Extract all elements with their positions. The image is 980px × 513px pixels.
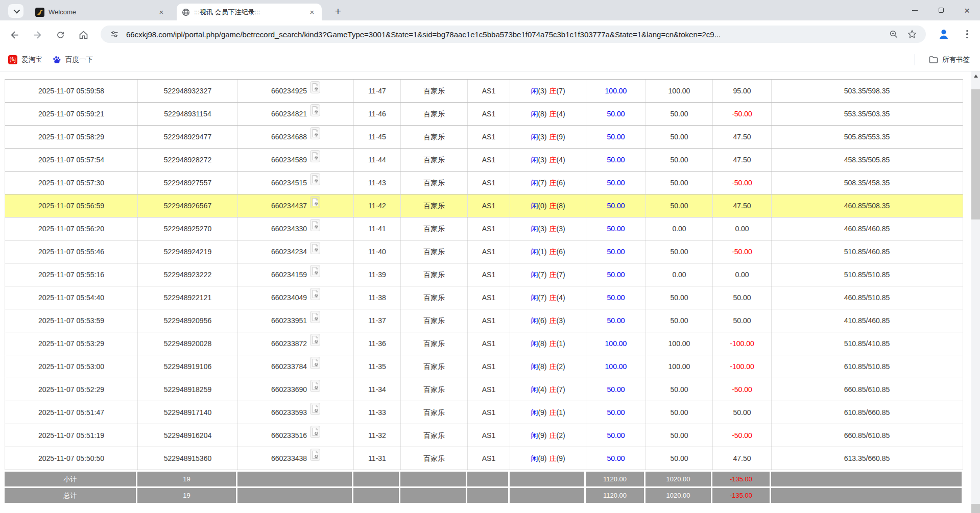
- vertical-scrollbar[interactable]: [971, 71, 980, 513]
- cell-bet-id: 522948924219: [138, 240, 238, 263]
- cell-round: 11-34: [354, 378, 401, 401]
- cell-win-loss: 47.50: [713, 447, 772, 470]
- cell-valid-amount: 50.00: [646, 172, 713, 194]
- total-valid: 1020.00: [646, 488, 712, 503]
- reload-button[interactable]: [52, 27, 68, 43]
- cell-bet-time: 2025-11-07 05:52:29: [5, 378, 138, 401]
- video-file-icon: [310, 357, 320, 369]
- record-media-button[interactable]: [310, 149, 320, 171]
- cell-win-loss: 0.00: [713, 217, 772, 240]
- cell-balance: 660.85/610.85: [772, 378, 962, 401]
- back-button[interactable]: [6, 27, 22, 43]
- record-media-button[interactable]: [310, 80, 320, 102]
- profile-avatar[interactable]: [937, 27, 951, 41]
- video-file-icon: [310, 173, 320, 185]
- close-tab-icon[interactable]: ×: [157, 8, 166, 17]
- video-file-icon: [310, 265, 320, 277]
- site-settings-icon[interactable]: [108, 28, 121, 41]
- cell-table: AS1: [468, 194, 510, 217]
- record-media-button[interactable]: [310, 263, 320, 286]
- cell-game-type: 百家乐: [401, 332, 468, 355]
- bet-record-table: 2025-11-07 05:59:58 522948932327 6602349…: [5, 79, 963, 503]
- forward-button[interactable]: [29, 27, 45, 43]
- close-window-button[interactable]: ×: [954, 0, 980, 20]
- cell-round: 11-40: [354, 240, 401, 263]
- cell-game-type: 百家乐: [401, 286, 468, 309]
- address-bar[interactable]: 66cxkj98.com/ipl/portal.php/game/betreco…: [101, 26, 926, 43]
- subtotal-row: 小计 19 1120.00 1020.00 -135.00: [5, 472, 963, 486]
- cell-game-id: 660233593: [238, 401, 354, 424]
- table-row: 2025-11-07 05:53:29 522948920028 6602338…: [5, 332, 963, 355]
- record-media-button[interactable]: [310, 240, 320, 263]
- record-media-button[interactable]: [310, 332, 320, 355]
- new-tab-button[interactable]: +: [331, 5, 345, 19]
- minimize-button[interactable]: [902, 0, 928, 20]
- bookmark-taobao[interactable]: 淘 爱淘宝: [5, 53, 45, 66]
- cell-game-id: 660234159: [238, 263, 354, 286]
- cell-table: AS1: [468, 240, 510, 263]
- cell-game-type: 百家乐: [401, 217, 468, 240]
- cell-balance: 613.35/660.85: [772, 447, 962, 470]
- table-row: 2025-11-07 05:52:29 522948918259 6602336…: [5, 378, 963, 401]
- table-row: 2025-11-07 05:55:46 522948924219 6602342…: [5, 240, 963, 263]
- record-media-button[interactable]: [310, 401, 320, 424]
- cell-balance: 553.35/503.35: [772, 103, 962, 125]
- all-bookmarks-button[interactable]: 所有书签: [926, 53, 973, 66]
- cell-result: 闲(8)庄(9): [510, 447, 586, 470]
- cell-round: 11-38: [354, 286, 401, 309]
- record-media-button[interactable]: [310, 217, 320, 240]
- record-media-button[interactable]: [310, 172, 320, 194]
- home-button[interactable]: [75, 27, 91, 43]
- cell-valid-amount: 50.00: [646, 103, 713, 125]
- video-file-icon: [310, 380, 320, 392]
- maximize-icon: [939, 8, 944, 13]
- cell-game-type: 百家乐: [401, 172, 468, 194]
- cell-bet-id: 522948927557: [138, 172, 238, 194]
- cell-table: AS1: [468, 172, 510, 194]
- tab-betrecord[interactable]: :::视讯 会员下注纪录::: ×: [177, 4, 322, 20]
- bookmark-star-icon[interactable]: [905, 28, 919, 41]
- taobao-icon: 淘: [8, 55, 17, 64]
- record-media-button[interactable]: [310, 194, 320, 217]
- scroll-up-button[interactable]: [971, 71, 980, 81]
- scrollbar-thumb[interactable]: [971, 89, 980, 219]
- cell-bet-id: 522948932327: [138, 80, 238, 102]
- record-media-button[interactable]: [310, 355, 320, 378]
- record-media-button[interactable]: [310, 103, 320, 125]
- table-row: 2025-11-07 05:50:50 522948915360 6602334…: [5, 447, 963, 470]
- record-media-button[interactable]: [310, 286, 320, 309]
- cell-game-type: 百家乐: [401, 355, 468, 378]
- home-icon: [78, 30, 89, 40]
- cell-bet-id: 522948923222: [138, 263, 238, 286]
- maximize-button[interactable]: [928, 0, 954, 20]
- close-tab-icon[interactable]: ×: [307, 8, 317, 17]
- video-file-icon: [310, 242, 320, 254]
- record-media-button[interactable]: [310, 424, 320, 447]
- cell-balance: 510.85/410.85: [772, 332, 962, 355]
- table-row: 2025-11-07 05:51:19 522948916204 6602335…: [5, 424, 963, 447]
- tab-welcome[interactable]: Welcome ×: [30, 4, 171, 20]
- tab-title: :::视讯 会员下注纪录:::: [194, 8, 303, 17]
- cell-game-type: 百家乐: [401, 240, 468, 263]
- cell-result: 闲(8)庄(4): [510, 103, 586, 125]
- record-media-button[interactable]: [310, 126, 320, 148]
- cell-balance: 503.35/598.35: [772, 80, 962, 102]
- scroll-down-button[interactable]: [971, 504, 980, 513]
- page-content: 2025-11-07 05:59:58 522948932327 6602349…: [0, 71, 980, 513]
- record-media-button[interactable]: [310, 378, 320, 401]
- cell-bet-time: 2025-11-07 05:54:40: [5, 286, 138, 309]
- bookmark-baidu[interactable]: 百度一下: [49, 53, 96, 66]
- cell-bet-id: 522948919106: [138, 355, 238, 378]
- subtotal-count: 19: [137, 472, 237, 486]
- tab-search-button[interactable]: [8, 4, 23, 18]
- url-text[interactable]: 66cxkj98.com/ipl/portal.php/game/betreco…: [126, 30, 882, 39]
- cell-table: AS1: [468, 401, 510, 424]
- browser-menu-button[interactable]: [961, 27, 973, 41]
- cell-valid-amount: 0.00: [646, 217, 713, 240]
- browser-toolbar: 66cxkj98.com/ipl/portal.php/game/betreco…: [0, 20, 980, 48]
- record-media-button[interactable]: [310, 447, 320, 470]
- cell-valid-amount: 100.00: [646, 332, 713, 355]
- zoom-icon[interactable]: [887, 28, 900, 41]
- record-media-button[interactable]: [310, 309, 320, 332]
- cell-table: AS1: [468, 149, 510, 171]
